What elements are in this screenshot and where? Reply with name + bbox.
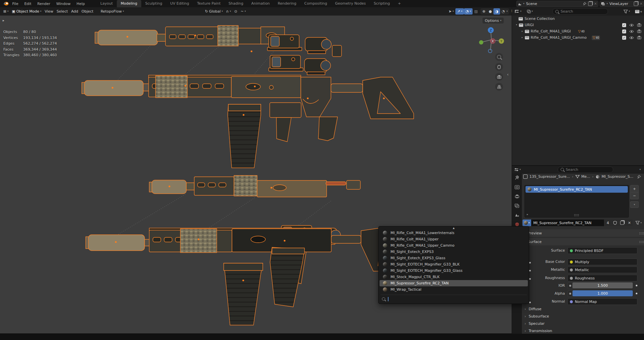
close-icon[interactable]: ✕: [594, 2, 597, 6]
material-specials-button[interactable]: ▾: [635, 221, 642, 225]
shading-material-button[interactable]: ◑: [493, 8, 500, 15]
breadcrumb-object[interactable]: 135_Supressor_Sure...: [529, 174, 570, 179]
add-slot-button[interactable]: +: [630, 185, 639, 192]
dropdown-item[interactable]: MI_Rifle_Colt_M4A1_LowerInternals: [380, 230, 528, 236]
fake-user-button[interactable]: [612, 219, 619, 226]
normal-field[interactable]: Normal Map: [568, 298, 637, 305]
outliner-filter-display[interactable]: ▾: [525, 8, 535, 15]
sidebar-toggle[interactable]: ‹: [507, 72, 509, 77]
tab-shading[interactable]: Shading: [225, 0, 248, 7]
tab-output[interactable]: [512, 192, 522, 201]
properties-search-input[interactable]: Search: [558, 167, 613, 173]
pin-icon[interactable]: [637, 175, 641, 179]
viewlayer-selector[interactable]: ▾ ViewLayer ✕: [600, 1, 644, 7]
overlays-toggle[interactable]: ◔ ▾: [464, 8, 473, 15]
tab-layout[interactable]: Layout: [96, 0, 116, 7]
users-count-button[interactable]: 4: [604, 219, 612, 226]
decorator-dot[interactable]: [636, 293, 637, 294]
copy-icon[interactable]: [634, 2, 638, 6]
new-collection-button[interactable]: +: [633, 8, 644, 15]
parts-top-lower-and-mag[interactable]: [228, 103, 301, 168]
browse-material-button[interactable]: ▾: [523, 219, 531, 226]
panel-drag-grip[interactable]: [639, 241, 644, 243]
outliner-row-rifle-urgi[interactable]: ▾ Rifle_Colt_M4A1_URGI ▽40 ✓: [512, 28, 644, 34]
menu-help[interactable]: Help: [73, 2, 88, 6]
menu-view[interactable]: View: [43, 8, 55, 15]
pan-tool-button[interactable]: [495, 63, 503, 71]
tab-rendering[interactable]: Rendering: [274, 0, 300, 7]
show-gizmo-toggle[interactable]: ➤ ▾: [447, 8, 455, 15]
scene-selector[interactable]: ▾ Scene ✕: [516, 1, 598, 7]
exclude-checkbox[interactable]: ✓: [622, 23, 626, 27]
options-button[interactable]: Options ▾: [483, 18, 504, 24]
menu-file[interactable]: File: [9, 2, 21, 6]
hide-eye-icon[interactable]: [629, 30, 634, 33]
render-visibility-icon[interactable]: [637, 36, 641, 39]
menu-render[interactable]: Render: [34, 2, 53, 6]
add-workspace-button[interactable]: +: [394, 0, 405, 7]
base-color-field[interactable]: Multiply: [568, 259, 637, 265]
menu-window[interactable]: Window: [53, 2, 73, 6]
preview-panel-header[interactable]: ▾ Preview: [522, 229, 644, 237]
parts-bottom-suppressor-upper[interactable]: [149, 175, 360, 197]
render-visibility-icon[interactable]: [637, 23, 641, 27]
transform-orientation[interactable]: ↻ Global ▾: [203, 8, 224, 15]
tab-modeling[interactable]: Modeling: [117, 0, 141, 7]
tab-view-layer[interactable]: [512, 201, 522, 210]
toolbar-expand-button[interactable]: ▸: [3, 19, 4, 22]
metallic-field[interactable]: Metallic: [568, 267, 637, 273]
section-subsurface[interactable]: ›Subsurface: [525, 314, 549, 318]
dropdown-item[interactable]: MI_Sight_EOTECH_Magnifier_G33_BLK: [380, 261, 528, 267]
dropdown-item-selected[interactable]: MI_Supressor_Surefire_RC2_TAN: [380, 280, 528, 286]
parts-top-suppressor-handguard[interactable]: [95, 25, 285, 46]
material-name-field[interactable]: MI_Supressor_Surefire_RC2_TAN: [531, 219, 604, 226]
dropdown-item[interactable]: MI_Sight_EOTECH_Magnifier_G33_Glass: [380, 267, 528, 274]
surface-shader-field[interactable]: Principled BSDF: [568, 247, 637, 254]
shading-wireframe-button[interactable]: ⊕: [481, 8, 487, 15]
editor-type-button[interactable]: ⊞ ▾: [2, 8, 10, 15]
tab-tool[interactable]: [512, 173, 522, 182]
tab-sculpting[interactable]: Sculpting: [141, 0, 166, 7]
outliner-row-urgi[interactable]: ▾ URGI ✓: [512, 22, 644, 28]
slot-list-expand-icon[interactable]: ▸: [527, 213, 528, 216]
navigation-gizmo[interactable]: Z X Y: [477, 23, 506, 53]
chevron-down-icon[interactable]: ▾: [639, 169, 641, 171]
zoom-tool-button[interactable]: [495, 53, 503, 61]
ortho-toggle-button[interactable]: [495, 83, 503, 91]
decorator-dot[interactable]: [636, 285, 637, 286]
close-icon[interactable]: ✕: [640, 2, 643, 6]
proportional-falloff[interactable]: ~ ▾: [239, 8, 248, 15]
unlink-material-button[interactable]: ✕: [626, 219, 633, 226]
dropdown-item[interactable]: MI_Sight_Eotech_EXPS3_Glass: [380, 255, 528, 261]
dropdown-item[interactable]: MI_Rifle_Colt_M4A1_Upper: [380, 236, 528, 242]
parts-bottom-mag[interactable]: [224, 263, 263, 325]
new-material-button[interactable]: [619, 219, 626, 226]
outliner-row-scene-collection[interactable]: Scene Collection: [512, 16, 644, 22]
expand-icon[interactable]: ▾: [521, 37, 524, 38]
outliner-row-rifle-urgi-cammo[interactable]: ▾ Rifle_Colt_M4A1_URGI_Cammo ▽40 ✓: [512, 34, 644, 41]
tab-render[interactable]: [512, 182, 522, 192]
dropdown-item[interactable]: MI_Stock_Magpul_CTR_BLK: [380, 274, 528, 280]
dropdown-item[interactable]: MI_Rifle_Colt_M4A1_Upper_Cammo: [380, 242, 528, 249]
retopoflow-menu[interactable]: RetopoFlow ▾: [99, 8, 125, 15]
scroll-up-icon[interactable]: ▲: [379, 226, 529, 230]
properties-editor-type[interactable]: ▾: [513, 167, 523, 173]
list-resize-grip[interactable]: [574, 214, 579, 216]
material-slot-selected[interactable]: MI_Supressor_Surefire_RC2_TAN: [526, 186, 628, 193]
material-slot-list[interactable]: MI_Supressor_Surefire_RC2_TAN ▸: [525, 185, 629, 218]
section-specular[interactable]: ›Specular: [525, 321, 544, 326]
blender-logo[interactable]: [3, 1, 9, 6]
snapping-toggle[interactable]: ∩ ▾: [224, 8, 233, 15]
outliner-display-mode[interactable]: ▾: [513, 8, 523, 15]
xray-toggle[interactable]: ▨: [473, 8, 479, 15]
menu-select[interactable]: Select: [55, 8, 69, 15]
breadcrumb-mesh[interactable]: Me...: [581, 174, 590, 179]
expand-icon[interactable]: ▾: [516, 24, 517, 26]
copy-icon[interactable]: [588, 2, 592, 6]
dropdown-search-input[interactable]: [381, 295, 527, 302]
surface-panel-header[interactable]: ▾ Surface: [522, 238, 644, 245]
dropdown-item[interactable]: MI_Sight_Eotech_EXPS3: [380, 249, 528, 255]
roughness-field[interactable]: Roughness: [568, 275, 637, 281]
tab-geometry-nodes[interactable]: Geometry Nodes: [331, 0, 370, 7]
tab-animation[interactable]: Animation: [247, 0, 274, 7]
